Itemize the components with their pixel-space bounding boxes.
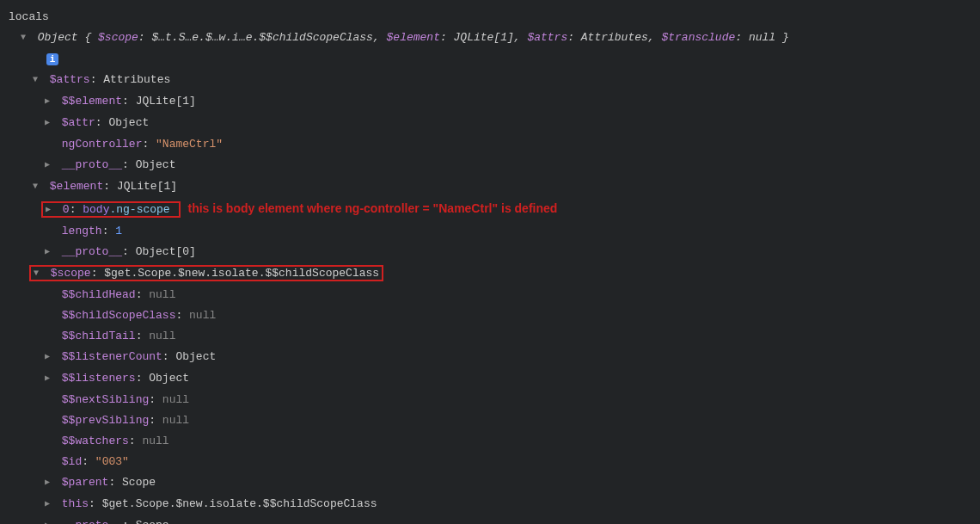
- summary-element-val: JQLite[1]: [454, 31, 514, 44]
- prop-value: null: [149, 288, 175, 301]
- attrs-row[interactable]: $attrs: Attributes: [9, 70, 971, 91]
- prop-label: $$childScopeClass: [62, 309, 176, 322]
- element-zero-row[interactable]: 0: body.ng-scope this is body element wh…: [9, 198, 971, 221]
- attrs-element-row[interactable]: $$element: JQLite[1]: [9, 91, 971, 113]
- prop-label: $scope: [51, 267, 91, 280]
- summary-scope-key: $scope: [98, 31, 138, 44]
- prop-value: null: [149, 330, 175, 342]
- prop-value: Object: [149, 372, 189, 385]
- prop-value: Object: [136, 158, 176, 171]
- scope-listenercount-row[interactable]: $$listenerCount: Object: [9, 347, 971, 368]
- expand-toggle-icon[interactable]: [45, 91, 55, 112]
- prop-value: null: [162, 414, 189, 427]
- element-length-row[interactable]: length: 1: [9, 221, 971, 242]
- scope-watchers-row[interactable]: $$watchers: null: [9, 431, 971, 452]
- info-icon[interactable]: i: [46, 53, 58, 65]
- expand-toggle-icon[interactable]: [45, 113, 55, 133]
- prop-label: $id: [62, 455, 82, 468]
- scope-proto-row[interactable]: __proto__: Scope: [9, 515, 971, 524]
- prop-value: Object[0]: [136, 245, 196, 258]
- expand-toggle-icon[interactable]: [45, 515, 55, 524]
- prop-label: length: [62, 225, 102, 237]
- dom-tag: body: [83, 203, 109, 216]
- expand-toggle-icon[interactable]: [45, 155, 55, 176]
- prop-value: JQLite[1]: [136, 95, 196, 108]
- dom-class: .ng-scope: [109, 203, 169, 216]
- prop-label: $$element: [62, 95, 122, 108]
- prop-label: $$listenerCount: [62, 350, 162, 363]
- summary-attrs-val: Attributes: [581, 31, 648, 44]
- scope-childscopeclass-row[interactable]: $$childScopeClass: null: [9, 305, 971, 326]
- prop-label: ngController: [62, 138, 143, 151]
- prop-label: $$childHead: [62, 288, 136, 301]
- prop-value: Attributes: [103, 73, 170, 86]
- prop-value: "003": [95, 455, 129, 468]
- expand-toggle-icon[interactable]: [45, 494, 55, 515]
- expand-toggle-icon[interactable]: [45, 242, 55, 262]
- summary-scope-val: $…t.S…e.$…w.i…e.$$childScopeClass: [151, 31, 372, 44]
- prop-value: "NameCtrl": [156, 138, 223, 151]
- prop-label: this: [62, 497, 89, 510]
- prop-label: $element: [50, 180, 103, 193]
- attrs-attr-row[interactable]: $attr: Object: [9, 113, 971, 134]
- attrs-ngcontroller-row[interactable]: ngController: "NameCtrl": [9, 134, 971, 155]
- prop-value: JQLite[1]: [117, 180, 177, 193]
- prop-label: $attr: [62, 116, 95, 129]
- prop-value: Object: [175, 350, 216, 363]
- prop-label: $$listeners: [62, 372, 136, 385]
- prop-value: null: [189, 309, 216, 322]
- scope-prevsibling-row[interactable]: $$prevSibling: null: [9, 410, 971, 431]
- scope-row[interactable]: $scope: $get.Scope.$new.isolate.$$childS…: [9, 263, 971, 285]
- object-summary-row[interactable]: Object { $scope: $…t.S…e.$…w.i…e.$$child…: [9, 28, 971, 49]
- scope-listeners-row[interactable]: $$listeners: Object: [9, 368, 971, 390]
- highlight-box-scope: $scope: $get.Scope.$new.isolate.$$childS…: [29, 265, 383, 281]
- prop-label: __proto__: [62, 245, 122, 258]
- element-proto-row[interactable]: __proto__: Object[0]: [9, 242, 971, 263]
- prop-value: $get.Scope.$new.isolate.$$childScopeClas…: [102, 497, 377, 510]
- prop-value: 1: [115, 225, 122, 237]
- highlight-box-element-zero: 0: body.ng-scope: [41, 201, 181, 218]
- expand-toggle-icon[interactable]: [33, 176, 43, 197]
- prop-label: $$nextSibling: [62, 393, 149, 406]
- expand-toggle-icon[interactable]: [45, 472, 55, 493]
- prop-label: $$watchers: [62, 435, 129, 447]
- annotation-text: this is body element where ng-controller…: [187, 201, 557, 215]
- prop-label: $attrs: [50, 73, 90, 86]
- object-prefix: Object {: [38, 31, 91, 44]
- summary-transclude-key: $transclude: [661, 31, 735, 44]
- title-text: locals: [9, 10, 49, 23]
- expand-toggle-icon[interactable]: [33, 70, 43, 90]
- expand-toggle-icon[interactable]: [45, 347, 55, 367]
- scope-id-row[interactable]: $id: "003": [9, 452, 971, 472]
- prop-value: Scope: [136, 519, 169, 524]
- section-title: locals: [9, 7, 971, 28]
- prop-label: $$childTail: [62, 330, 136, 342]
- summary-element-key: $element: [387, 31, 440, 44]
- info-badge-row: i: [9, 49, 971, 70]
- prop-value: $get.Scope.$new.isolate.$$childScopeClas…: [104, 267, 379, 280]
- prop-value: Scope: [122, 476, 156, 489]
- scope-this-row[interactable]: this: $get.Scope.$new.isolate.$$childSco…: [9, 494, 971, 515]
- prop-label: __proto__: [62, 158, 122, 171]
- attrs-proto-row[interactable]: __proto__: Object: [9, 155, 971, 176]
- prop-value: null: [142, 435, 168, 447]
- prop-label: __proto__: [62, 519, 122, 524]
- expand-toggle-icon[interactable]: [45, 368, 55, 389]
- scope-parent-row[interactable]: $parent: Scope: [9, 472, 971, 494]
- object-suffix: }: [782, 31, 789, 44]
- scope-childhead-row[interactable]: $$childHead: null: [9, 285, 971, 305]
- prop-label: 0: [63, 203, 70, 216]
- expand-toggle-icon[interactable]: [34, 263, 44, 284]
- prop-label: $$prevSibling: [62, 414, 149, 427]
- prop-label: $parent: [62, 476, 109, 489]
- scope-nextsibling-row[interactable]: $$nextSibling: null: [9, 390, 971, 410]
- prop-value: Object: [108, 116, 149, 129]
- expand-toggle-icon[interactable]: [46, 200, 56, 220]
- expand-toggle-icon[interactable]: [21, 28, 31, 48]
- summary-transclude-val: null: [749, 31, 775, 44]
- prop-value: null: [162, 393, 189, 406]
- summary-attrs-key: $attrs: [527, 31, 567, 44]
- scope-childtail-row[interactable]: $$childTail: null: [9, 326, 971, 347]
- element-row[interactable]: $element: JQLite[1]: [9, 176, 971, 198]
